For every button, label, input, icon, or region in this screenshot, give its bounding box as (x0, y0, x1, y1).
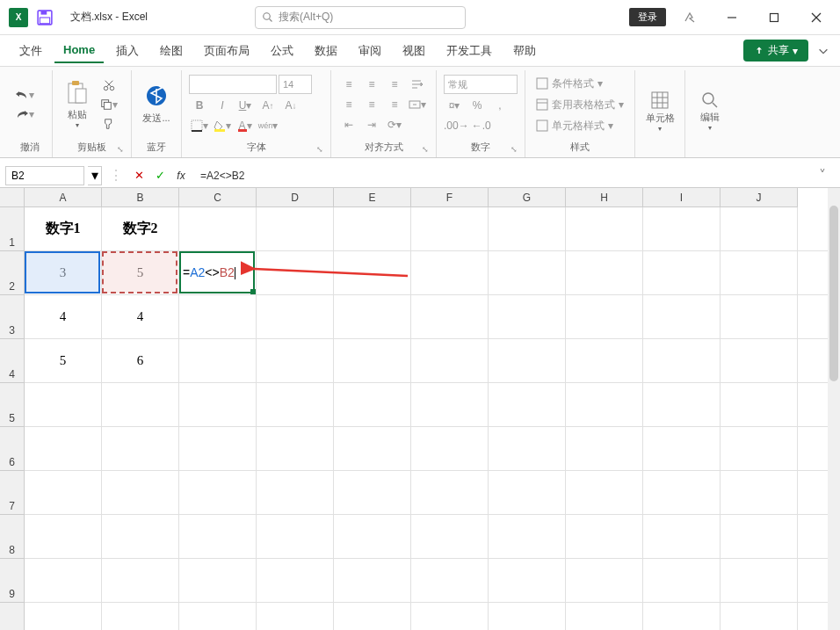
fill-color-button[interactable]: ▾ (212, 117, 233, 134)
cut-button[interactable] (98, 76, 119, 94)
phonetic-button[interactable]: wén▾ (257, 117, 279, 134)
tab-formulas[interactable]: 公式 (262, 38, 302, 64)
font-name-select[interactable] (189, 75, 277, 94)
cell-empty[interactable] (721, 251, 798, 295)
tab-layout[interactable]: 页面布局 (195, 38, 258, 64)
cell-empty[interactable] (566, 515, 643, 559)
font-size-select[interactable] (279, 75, 312, 94)
cell-empty[interactable] (334, 603, 411, 630)
tab-home[interactable]: Home (54, 38, 104, 63)
align-top-button[interactable]: ≡ (338, 76, 359, 93)
increase-indent-button[interactable]: ⇥ (361, 116, 382, 134)
editing-button[interactable]: 编辑▾ (692, 70, 728, 152)
cell-empty[interactable] (25, 427, 102, 471)
comma-button[interactable]: , (489, 97, 511, 114)
column-header-I[interactable]: I (643, 188, 721, 207)
cell-empty[interactable] (257, 559, 334, 603)
cell-empty[interactable] (721, 427, 798, 471)
borders-button[interactable]: ▾ (189, 117, 210, 134)
cell-empty[interactable] (566, 559, 643, 603)
cell-empty[interactable] (489, 471, 566, 515)
cell-inline-formula[interactable]: =A2<>B2 (183, 265, 235, 279)
align-right-button[interactable]: ≡ (384, 96, 405, 113)
cell-empty[interactable] (411, 383, 489, 427)
cell-empty[interactable] (489, 339, 566, 383)
cancel-formula-button[interactable]: ✕ (130, 167, 148, 185)
cell-style-button[interactable]: 单元格样式▾ (532, 117, 627, 135)
cell-empty[interactable] (179, 559, 257, 603)
cell-empty[interactable] (102, 427, 179, 471)
percent-button[interactable]: % (467, 97, 488, 114)
cell-empty[interactable] (334, 515, 411, 559)
font-color-button[interactable]: A▾ (235, 117, 256, 134)
cell-empty[interactable] (721, 295, 798, 339)
conditional-format-button[interactable]: 条件格式▾ (532, 75, 627, 93)
cell-empty[interactable] (257, 471, 334, 515)
row-header-2[interactable]: 2 (0, 251, 25, 295)
cell-empty[interactable] (179, 295, 257, 339)
align-center-button[interactable]: ≡ (361, 96, 382, 113)
cell-B4[interactable]: 6 (102, 339, 179, 383)
column-header-E[interactable]: E (334, 188, 411, 207)
cell-empty[interactable] (566, 251, 643, 295)
cell-empty[interactable] (643, 603, 721, 630)
cell-empty[interactable] (489, 603, 566, 630)
cell-empty[interactable] (643, 207, 721, 251)
cell-empty[interactable] (411, 471, 489, 515)
decrease-font-button[interactable]: A↓ (280, 97, 301, 114)
cell-empty[interactable] (334, 471, 411, 515)
table-format-button[interactable]: 套用表格格式▾ (532, 96, 627, 114)
cell-empty[interactable] (411, 603, 489, 630)
tab-dev[interactable]: 开发工具 (438, 38, 501, 64)
increase-font-button[interactable]: A↑ (257, 97, 279, 114)
cell-empty[interactable] (411, 427, 489, 471)
cell-empty[interactable] (102, 559, 179, 603)
cell-empty[interactable] (643, 559, 721, 603)
cells-button[interactable]: 单元格▾ (642, 70, 677, 152)
cell-empty[interactable] (179, 427, 257, 471)
column-header-B[interactable]: B (102, 188, 179, 207)
cell-empty[interactable] (334, 339, 411, 383)
tab-insert[interactable]: 插入 (107, 38, 148, 64)
cell-empty[interactable] (721, 383, 798, 427)
cell-empty[interactable] (179, 515, 257, 559)
cell-empty[interactable] (721, 207, 798, 251)
cell-A2[interactable]: 3 (25, 251, 102, 295)
cell-empty[interactable] (566, 339, 643, 383)
number-format-select[interactable] (444, 75, 518, 94)
cell-empty[interactable] (257, 251, 334, 295)
formula-expand-button[interactable]: ˅ (819, 167, 835, 184)
maximize-button[interactable] (756, 4, 793, 31)
chevron-down-icon[interactable] (817, 45, 829, 57)
tab-view[interactable]: 视图 (394, 38, 434, 64)
currency-button[interactable]: ¤▾ (444, 97, 465, 114)
cell-A1[interactable]: 数字1 (25, 207, 102, 251)
align-left-button[interactable]: ≡ (338, 96, 359, 113)
column-header-D[interactable]: D (257, 188, 334, 207)
column-header-J[interactable]: J (721, 188, 798, 207)
cell-empty[interactable] (643, 427, 721, 471)
cell-empty[interactable] (257, 427, 334, 471)
row-header-3[interactable]: 3 (0, 295, 25, 339)
paste-button[interactable]: 粘贴▾ (60, 70, 95, 139)
cell-empty[interactable] (102, 515, 179, 559)
confirm-formula-button[interactable]: ✓ (151, 167, 169, 185)
tab-help[interactable]: 帮助 (504, 38, 545, 64)
cell-empty[interactable] (102, 471, 179, 515)
cell-empty[interactable] (721, 603, 798, 630)
row-header-9[interactable]: 9 (0, 559, 25, 603)
cell-empty[interactable] (179, 339, 257, 383)
cell-empty[interactable] (334, 295, 411, 339)
column-header-F[interactable]: F (411, 188, 489, 207)
column-header-A[interactable]: A (25, 188, 102, 207)
cell-empty[interactable] (411, 515, 489, 559)
login-button[interactable]: 登录 (629, 8, 666, 26)
cell-empty[interactable] (489, 559, 566, 603)
cell-empty[interactable] (489, 383, 566, 427)
cell-B3[interactable]: 4 (102, 295, 179, 339)
vertical-scrollbar[interactable] (828, 188, 840, 630)
decrease-indent-button[interactable]: ⇤ (338, 116, 359, 134)
italic-button[interactable]: I (212, 97, 233, 114)
search-box[interactable]: 搜索(Alt+Q) (255, 6, 466, 29)
cell-empty[interactable] (334, 251, 411, 295)
